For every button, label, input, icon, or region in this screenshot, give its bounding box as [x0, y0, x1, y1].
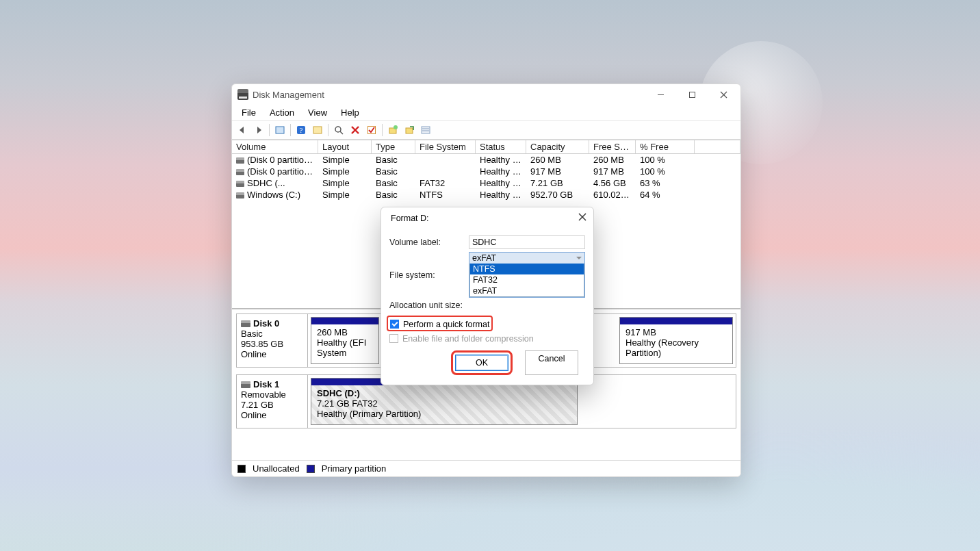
menu-bar: File Action View Help — [232, 105, 740, 121]
legend-swatch-primary — [307, 465, 315, 473]
col-volume[interactable]: Volume — [232, 140, 318, 153]
volume-icon — [236, 157, 244, 164]
label-allocation: Allocation unit size: — [389, 300, 469, 310]
fs-option-exfat[interactable]: exFAT — [470, 285, 584, 296]
volume-icon — [236, 169, 244, 175]
back-arrow-icon[interactable] — [235, 123, 250, 137]
label-volume: Volume label: — [389, 238, 469, 247]
disk-info[interactable]: Disk 0Basic953.85 GBOnline — [237, 314, 308, 367]
dialog-title: Format D: — [391, 214, 578, 223]
col-free[interactable]: Free Sp... — [589, 140, 636, 153]
chevron-down-icon — [576, 257, 582, 259]
extend-icon[interactable] — [402, 123, 417, 137]
quick-format-highlight: Perform a quick format — [387, 316, 493, 331]
format-dialog: Format D: Volume label: File system: exF… — [381, 207, 594, 385]
volume-row[interactable]: SDHC (...SimpleBasicFAT32Healthy (P...7.… — [232, 177, 740, 189]
volume-row[interactable]: (Disk 0 partition 1)SimpleBasicHealthy (… — [232, 154, 740, 166]
find-icon[interactable] — [331, 123, 346, 137]
volume-icon — [236, 181, 244, 187]
legend-primary: Primary partition — [322, 463, 387, 474]
fs-option-ntfs[interactable]: NTFS — [470, 264, 584, 274]
window-title: Disk Management — [253, 90, 645, 100]
dialog-titlebar[interactable]: Format D: — [381, 207, 593, 229]
compression-checkbox — [389, 334, 398, 343]
menu-action[interactable]: Action — [264, 106, 300, 119]
list-icon[interactable] — [418, 123, 433, 137]
titlebar[interactable]: Disk Management — [232, 84, 740, 105]
maximize-button[interactable] — [676, 84, 708, 105]
menu-file[interactable]: File — [236, 106, 261, 119]
legend-swatch-unallocated — [237, 465, 246, 473]
col-type[interactable]: Type — [372, 140, 415, 153]
volume-row[interactable]: (Disk 0 partition 4)SimpleBasicHealthy (… — [232, 166, 740, 177]
dialog-close-icon[interactable] — [578, 213, 586, 223]
fs-option-fat32[interactable]: FAT32 — [470, 274, 584, 285]
col-spacer — [695, 140, 740, 153]
svg-point-14 — [394, 125, 398, 129]
check-icon[interactable] — [364, 123, 379, 137]
ok-button[interactable]: OK — [455, 355, 508, 371]
filesystem-dropdown: NTFS FAT32 exFAT — [469, 264, 584, 297]
col-layout[interactable]: Layout — [318, 140, 372, 153]
disk-icon — [241, 320, 250, 327]
help-icon[interactable]: ? — [294, 123, 309, 137]
volume-icon — [236, 192, 244, 198]
properties-icon[interactable] — [272, 123, 287, 137]
filesystem-selected: exFAT — [472, 253, 496, 263]
new-volume-icon[interactable] — [385, 123, 400, 137]
app-icon — [237, 89, 248, 100]
svg-rect-4 — [276, 127, 284, 133]
quick-format-label: Perform a quick format — [403, 320, 489, 329]
partition[interactable]: 917 MBHealthy (Recovery Partition) — [619, 317, 733, 364]
svg-point-8 — [335, 127, 341, 132]
forward-arrow-icon[interactable] — [251, 123, 266, 137]
cancel-button[interactable]: Cancel — [525, 350, 578, 375]
svg-line-9 — [340, 131, 343, 134]
disk-info[interactable]: Disk 1Removable7.21 GBOnline — [237, 375, 308, 428]
volume-label-input[interactable] — [469, 235, 585, 249]
legend-unallocated: Unallocated — [253, 463, 300, 474]
svg-rect-7 — [313, 127, 322, 133]
svg-text:?: ? — [300, 126, 303, 134]
quick-format-checkbox[interactable] — [390, 320, 399, 329]
minimize-button[interactable] — [645, 84, 676, 105]
col-capacity[interactable]: Capacity — [526, 140, 589, 153]
col-pctfree[interactable]: % Free — [636, 140, 695, 153]
menu-view[interactable]: View — [302, 106, 333, 119]
col-filesystem[interactable]: File System — [415, 140, 476, 153]
menu-help[interactable]: Help — [335, 106, 365, 119]
toolbar: ? — [232, 121, 740, 140]
legend: Unallocated Primary partition — [232, 460, 740, 476]
volume-row[interactable]: Windows (C:)SimpleBasicNTFSHealthy (B...… — [232, 189, 740, 201]
svg-rect-1 — [689, 92, 695, 97]
compression-label: Enable file and folder compression — [402, 334, 534, 344]
delete-icon[interactable] — [348, 123, 363, 137]
label-filesystem: File system: — [389, 270, 469, 280]
volumes-header[interactable]: Volume Layout Type File System Status Ca… — [232, 140, 740, 154]
filesystem-combo[interactable]: exFAT NTFS FAT32 exFAT — [469, 252, 585, 298]
refresh-icon[interactable] — [310, 123, 325, 137]
close-button[interactable] — [708, 84, 739, 105]
col-status[interactable]: Status — [476, 140, 526, 153]
svg-rect-16 — [422, 127, 430, 133]
svg-rect-15 — [406, 128, 413, 133]
ok-button-highlight: OK — [451, 350, 513, 375]
partition[interactable]: 260 MBHealthy (EFI System — [311, 317, 379, 364]
disk-icon — [241, 381, 250, 388]
